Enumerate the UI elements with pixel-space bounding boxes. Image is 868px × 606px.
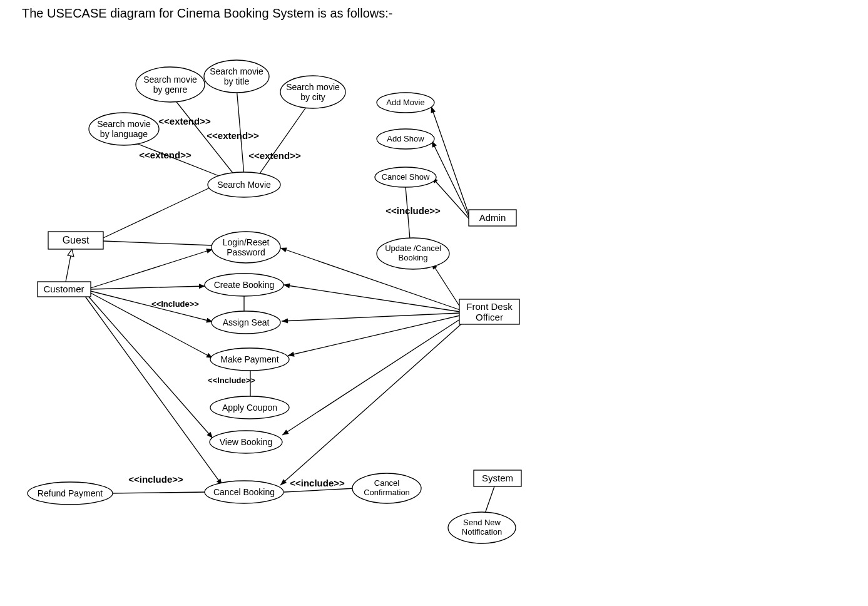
svg-text:Make Payment: Make Payment xyxy=(220,354,278,364)
stereo-extend-4: <<extend>> xyxy=(248,150,301,161)
uc-update-cancel-booking: Update /Cancel Booking xyxy=(377,238,449,269)
assoc-customer-cancel xyxy=(84,295,222,485)
uc-search-by-city: Search movie by city xyxy=(280,76,345,108)
assoc-customer-login xyxy=(91,249,213,288)
assoc-fdo-create xyxy=(283,285,460,312)
ext-city xyxy=(258,100,311,175)
svg-text:View Booking: View Booking xyxy=(220,437,273,447)
svg-text:Password: Password xyxy=(227,247,265,257)
stereo-extend-1: <<extend>> xyxy=(158,116,211,126)
uc-apply-coupon: Apply Coupon xyxy=(210,396,289,419)
uc-cancel-confirmation: Cancel Confirmation xyxy=(352,473,421,503)
svg-text:Add Movie: Add Movie xyxy=(386,98,424,107)
assoc-system-notif xyxy=(485,486,494,513)
svg-text:Search movie: Search movie xyxy=(286,82,340,92)
actor-admin: Admin xyxy=(469,210,516,226)
assoc-fdo-update xyxy=(432,263,460,307)
actor-system: System xyxy=(474,470,521,486)
uc-view-booking: View Booking xyxy=(210,431,282,453)
uc-cancel-show: Cancel Show xyxy=(375,167,436,187)
uc-make-payment: Make Payment xyxy=(210,348,289,371)
svg-text:Guest: Guest xyxy=(63,235,89,245)
svg-text:System: System xyxy=(482,473,513,483)
svg-text:by title: by title xyxy=(224,76,250,86)
svg-text:Update /Cancel: Update /Cancel xyxy=(385,244,441,253)
stereo-include-4: <<include>> xyxy=(290,478,345,488)
usecase-diagram: <<extend>> <<extend>> <<extend>> <<exten… xyxy=(0,0,868,606)
svg-text:by city: by city xyxy=(300,92,325,102)
svg-text:Customer: Customer xyxy=(43,284,84,294)
stereo-include-5: <<include>> xyxy=(385,205,441,216)
assoc-fdo-cancel xyxy=(280,322,463,485)
uc-send-notification: Send New Notification xyxy=(448,512,516,543)
svg-text:Send New: Send New xyxy=(463,518,501,527)
assoc-fdo-assign xyxy=(282,313,460,321)
assoc-guest-searchmovie xyxy=(103,188,210,238)
svg-text:Add Show: Add Show xyxy=(387,134,424,143)
svg-text:Cancel Show: Cancel Show xyxy=(382,172,430,182)
svg-text:Notification: Notification xyxy=(462,527,502,537)
svg-text:Search movie: Search movie xyxy=(143,74,197,85)
svg-text:Apply Coupon: Apply Coupon xyxy=(222,403,277,413)
svg-text:Refund Payment: Refund Payment xyxy=(38,488,103,498)
uc-assign-seat: Assign Seat xyxy=(212,311,280,334)
stereo-extend-3: <<extend>> xyxy=(139,150,191,160)
svg-text:by language: by language xyxy=(100,129,148,139)
svg-text:Login/Reset: Login/Reset xyxy=(223,237,270,247)
svg-text:Cancel: Cancel xyxy=(374,478,400,488)
uc-cancel-booking: Cancel Booking xyxy=(205,481,283,503)
uc-add-show: Add Show xyxy=(377,129,434,149)
svg-text:Search movie: Search movie xyxy=(97,119,151,129)
uc-refund-payment: Refund Payment xyxy=(28,482,113,505)
uc-search-movie: Search Movie xyxy=(208,172,280,197)
stereo-include-2: <<Include>> xyxy=(208,376,255,385)
actor-customer: Customer xyxy=(38,282,91,297)
assoc-fdo-view xyxy=(282,319,460,435)
stereo-extend-2: <<extend>> xyxy=(207,130,259,141)
actor-front-desk-officer: Front Desk Officer xyxy=(459,299,519,324)
assoc-fdo-payment xyxy=(288,316,460,356)
svg-text:Front Desk: Front Desk xyxy=(466,301,513,312)
uc-login-reset: Login/Reset Password xyxy=(212,232,280,263)
assoc-customer-createbooking xyxy=(91,286,205,289)
svg-text:Officer: Officer xyxy=(476,312,503,322)
svg-text:Confirmation: Confirmation xyxy=(364,488,410,497)
inc-cancel-refund xyxy=(110,492,207,493)
svg-text:Admin: Admin xyxy=(479,212,506,223)
svg-text:Create Booking: Create Booking xyxy=(214,280,275,290)
svg-text:Booking: Booking xyxy=(399,253,428,262)
svg-text:by genre: by genre xyxy=(153,85,188,95)
uc-add-movie: Add Movie xyxy=(377,93,434,113)
stereo-include-1: <<Include>> xyxy=(151,299,199,309)
gen-customer-guest xyxy=(66,249,72,282)
svg-text:Search Movie: Search Movie xyxy=(217,180,271,190)
uc-search-by-title: Search movie by title xyxy=(204,60,269,93)
assoc-admin-addmovie xyxy=(431,106,469,216)
stereo-include-3: <<include>> xyxy=(128,474,183,485)
svg-text:Assign Seat: Assign Seat xyxy=(223,317,270,327)
assoc-guest-login xyxy=(103,241,213,245)
uc-search-by-genre: Search movie by genre xyxy=(136,67,205,102)
uc-create-booking: Create Booking xyxy=(205,274,283,296)
actor-guest: Guest xyxy=(48,232,103,249)
svg-text:Cancel Booking: Cancel Booking xyxy=(213,487,275,497)
inc-cancel-confirm xyxy=(284,488,355,492)
uc-search-by-language: Search movie by language xyxy=(89,113,159,145)
svg-text:Search movie: Search movie xyxy=(210,66,263,76)
